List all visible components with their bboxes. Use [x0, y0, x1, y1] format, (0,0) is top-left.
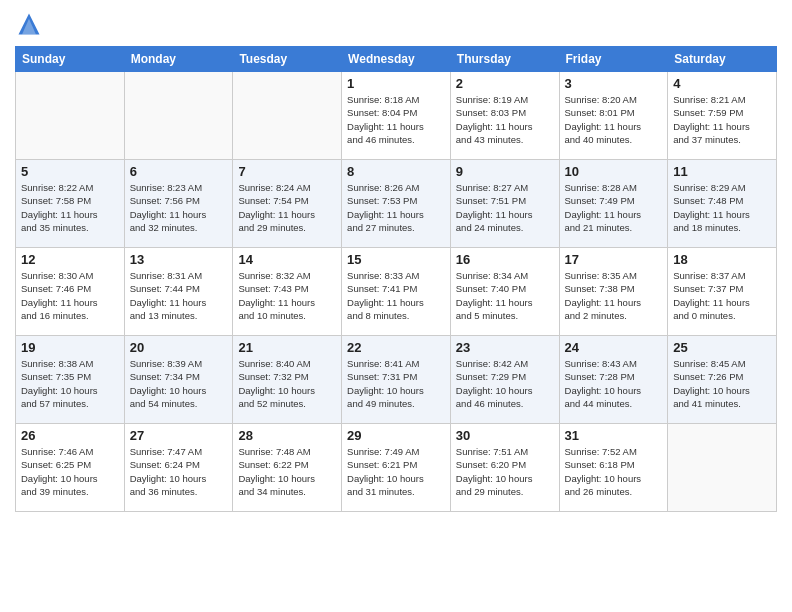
- day-info: Sunrise: 8:35 AM Sunset: 7:38 PM Dayligh…: [565, 269, 663, 322]
- calendar-cell: 17Sunrise: 8:35 AM Sunset: 7:38 PM Dayli…: [559, 248, 668, 336]
- day-number: 12: [21, 252, 119, 267]
- day-info: Sunrise: 8:38 AM Sunset: 7:35 PM Dayligh…: [21, 357, 119, 410]
- day-number: 15: [347, 252, 445, 267]
- calendar-cell: 3Sunrise: 8:20 AM Sunset: 8:01 PM Daylig…: [559, 72, 668, 160]
- day-number: 19: [21, 340, 119, 355]
- calendar-table: SundayMondayTuesdayWednesdayThursdayFrid…: [15, 46, 777, 512]
- calendar-cell: 19Sunrise: 8:38 AM Sunset: 7:35 PM Dayli…: [16, 336, 125, 424]
- day-info: Sunrise: 8:33 AM Sunset: 7:41 PM Dayligh…: [347, 269, 445, 322]
- calendar-cell: 8Sunrise: 8:26 AM Sunset: 7:53 PM Daylig…: [342, 160, 451, 248]
- page: SundayMondayTuesdayWednesdayThursdayFrid…: [0, 0, 792, 612]
- calendar-cell: 14Sunrise: 8:32 AM Sunset: 7:43 PM Dayli…: [233, 248, 342, 336]
- day-info: Sunrise: 8:24 AM Sunset: 7:54 PM Dayligh…: [238, 181, 336, 234]
- calendar-cell: [668, 424, 777, 512]
- day-info: Sunrise: 8:28 AM Sunset: 7:49 PM Dayligh…: [565, 181, 663, 234]
- calendar-week-row: 19Sunrise: 8:38 AM Sunset: 7:35 PM Dayli…: [16, 336, 777, 424]
- calendar-cell: 23Sunrise: 8:42 AM Sunset: 7:29 PM Dayli…: [450, 336, 559, 424]
- day-number: 28: [238, 428, 336, 443]
- day-info: Sunrise: 8:42 AM Sunset: 7:29 PM Dayligh…: [456, 357, 554, 410]
- weekday-header-row: SundayMondayTuesdayWednesdayThursdayFrid…: [16, 47, 777, 72]
- day-number: 4: [673, 76, 771, 91]
- day-info: Sunrise: 8:30 AM Sunset: 7:46 PM Dayligh…: [21, 269, 119, 322]
- weekday-header-saturday: Saturday: [668, 47, 777, 72]
- day-number: 13: [130, 252, 228, 267]
- header: [15, 10, 777, 38]
- calendar-cell: 6Sunrise: 8:23 AM Sunset: 7:56 PM Daylig…: [124, 160, 233, 248]
- weekday-header-monday: Monday: [124, 47, 233, 72]
- calendar-week-row: 5Sunrise: 8:22 AM Sunset: 7:58 PM Daylig…: [16, 160, 777, 248]
- day-info: Sunrise: 8:21 AM Sunset: 7:59 PM Dayligh…: [673, 93, 771, 146]
- calendar-cell: 24Sunrise: 8:43 AM Sunset: 7:28 PM Dayli…: [559, 336, 668, 424]
- calendar-cell: 29Sunrise: 7:49 AM Sunset: 6:21 PM Dayli…: [342, 424, 451, 512]
- calendar-cell: 7Sunrise: 8:24 AM Sunset: 7:54 PM Daylig…: [233, 160, 342, 248]
- day-number: 25: [673, 340, 771, 355]
- calendar-cell: 5Sunrise: 8:22 AM Sunset: 7:58 PM Daylig…: [16, 160, 125, 248]
- day-info: Sunrise: 7:51 AM Sunset: 6:20 PM Dayligh…: [456, 445, 554, 498]
- calendar-week-row: 12Sunrise: 8:30 AM Sunset: 7:46 PM Dayli…: [16, 248, 777, 336]
- day-info: Sunrise: 7:49 AM Sunset: 6:21 PM Dayligh…: [347, 445, 445, 498]
- calendar-cell: 12Sunrise: 8:30 AM Sunset: 7:46 PM Dayli…: [16, 248, 125, 336]
- day-number: 3: [565, 76, 663, 91]
- calendar-week-row: 1Sunrise: 8:18 AM Sunset: 8:04 PM Daylig…: [16, 72, 777, 160]
- day-number: 27: [130, 428, 228, 443]
- calendar-cell: 27Sunrise: 7:47 AM Sunset: 6:24 PM Dayli…: [124, 424, 233, 512]
- day-number: 2: [456, 76, 554, 91]
- day-number: 7: [238, 164, 336, 179]
- day-info: Sunrise: 8:18 AM Sunset: 8:04 PM Dayligh…: [347, 93, 445, 146]
- calendar-cell: 13Sunrise: 8:31 AM Sunset: 7:44 PM Dayli…: [124, 248, 233, 336]
- weekday-header-thursday: Thursday: [450, 47, 559, 72]
- day-info: Sunrise: 8:29 AM Sunset: 7:48 PM Dayligh…: [673, 181, 771, 234]
- calendar-cell: 1Sunrise: 8:18 AM Sunset: 8:04 PM Daylig…: [342, 72, 451, 160]
- day-info: Sunrise: 8:31 AM Sunset: 7:44 PM Dayligh…: [130, 269, 228, 322]
- day-number: 26: [21, 428, 119, 443]
- day-number: 16: [456, 252, 554, 267]
- calendar-cell: 11Sunrise: 8:29 AM Sunset: 7:48 PM Dayli…: [668, 160, 777, 248]
- day-number: 11: [673, 164, 771, 179]
- day-number: 10: [565, 164, 663, 179]
- day-number: 31: [565, 428, 663, 443]
- day-info: Sunrise: 8:27 AM Sunset: 7:51 PM Dayligh…: [456, 181, 554, 234]
- calendar-cell: [233, 72, 342, 160]
- calendar-cell: 25Sunrise: 8:45 AM Sunset: 7:26 PM Dayli…: [668, 336, 777, 424]
- calendar-cell: 15Sunrise: 8:33 AM Sunset: 7:41 PM Dayli…: [342, 248, 451, 336]
- day-number: 24: [565, 340, 663, 355]
- calendar-cell: [124, 72, 233, 160]
- logo: [15, 10, 47, 38]
- calendar-cell: 16Sunrise: 8:34 AM Sunset: 7:40 PM Dayli…: [450, 248, 559, 336]
- logo-icon: [15, 10, 43, 38]
- day-info: Sunrise: 7:48 AM Sunset: 6:22 PM Dayligh…: [238, 445, 336, 498]
- day-number: 30: [456, 428, 554, 443]
- day-info: Sunrise: 7:47 AM Sunset: 6:24 PM Dayligh…: [130, 445, 228, 498]
- day-info: Sunrise: 8:20 AM Sunset: 8:01 PM Dayligh…: [565, 93, 663, 146]
- calendar-cell: 30Sunrise: 7:51 AM Sunset: 6:20 PM Dayli…: [450, 424, 559, 512]
- calendar-cell: [16, 72, 125, 160]
- day-number: 6: [130, 164, 228, 179]
- day-info: Sunrise: 8:22 AM Sunset: 7:58 PM Dayligh…: [21, 181, 119, 234]
- day-info: Sunrise: 8:39 AM Sunset: 7:34 PM Dayligh…: [130, 357, 228, 410]
- calendar-cell: 4Sunrise: 8:21 AM Sunset: 7:59 PM Daylig…: [668, 72, 777, 160]
- calendar-cell: 28Sunrise: 7:48 AM Sunset: 6:22 PM Dayli…: [233, 424, 342, 512]
- calendar-cell: 31Sunrise: 7:52 AM Sunset: 6:18 PM Dayli…: [559, 424, 668, 512]
- day-info: Sunrise: 7:46 AM Sunset: 6:25 PM Dayligh…: [21, 445, 119, 498]
- weekday-header-sunday: Sunday: [16, 47, 125, 72]
- calendar-cell: 10Sunrise: 8:28 AM Sunset: 7:49 PM Dayli…: [559, 160, 668, 248]
- weekday-header-tuesday: Tuesday: [233, 47, 342, 72]
- calendar-cell: 21Sunrise: 8:40 AM Sunset: 7:32 PM Dayli…: [233, 336, 342, 424]
- day-info: Sunrise: 8:26 AM Sunset: 7:53 PM Dayligh…: [347, 181, 445, 234]
- day-info: Sunrise: 7:52 AM Sunset: 6:18 PM Dayligh…: [565, 445, 663, 498]
- calendar-cell: 18Sunrise: 8:37 AM Sunset: 7:37 PM Dayli…: [668, 248, 777, 336]
- calendar-week-row: 26Sunrise: 7:46 AM Sunset: 6:25 PM Dayli…: [16, 424, 777, 512]
- day-number: 20: [130, 340, 228, 355]
- day-info: Sunrise: 8:32 AM Sunset: 7:43 PM Dayligh…: [238, 269, 336, 322]
- day-number: 22: [347, 340, 445, 355]
- calendar-cell: 26Sunrise: 7:46 AM Sunset: 6:25 PM Dayli…: [16, 424, 125, 512]
- day-info: Sunrise: 8:41 AM Sunset: 7:31 PM Dayligh…: [347, 357, 445, 410]
- weekday-header-wednesday: Wednesday: [342, 47, 451, 72]
- day-info: Sunrise: 8:43 AM Sunset: 7:28 PM Dayligh…: [565, 357, 663, 410]
- day-info: Sunrise: 8:37 AM Sunset: 7:37 PM Dayligh…: [673, 269, 771, 322]
- day-number: 18: [673, 252, 771, 267]
- day-number: 17: [565, 252, 663, 267]
- calendar-cell: 2Sunrise: 8:19 AM Sunset: 8:03 PM Daylig…: [450, 72, 559, 160]
- day-number: 9: [456, 164, 554, 179]
- calendar-cell: 20Sunrise: 8:39 AM Sunset: 7:34 PM Dayli…: [124, 336, 233, 424]
